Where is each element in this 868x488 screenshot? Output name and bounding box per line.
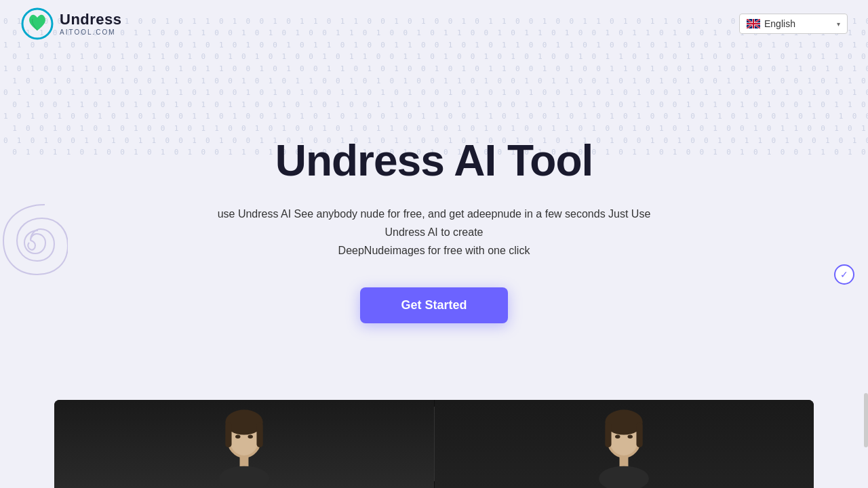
hero-description: use Undress AI See anybody nude for free…: [197, 205, 671, 260]
hero-section: Undress AI Tool use Undress AI See anybo…: [0, 54, 868, 323]
svg-point-19: [599, 466, 649, 488]
english-flag-icon: [747, 19, 760, 28]
language-selector[interactable]: English ▾: [739, 14, 848, 34]
svg-point-16: [615, 435, 620, 439]
hero-title: Undress AI Tool: [275, 136, 593, 186]
logo-text: Undress AITOOL.COM: [60, 12, 122, 35]
bottom-image-section: [54, 400, 814, 488]
logo-icon: [20, 7, 54, 41]
face-svg-right: [583, 407, 665, 488]
checkmark-decoration: ✓: [834, 264, 854, 285]
face-left: [54, 400, 434, 488]
svg-rect-6: [256, 422, 262, 447]
logo[interactable]: Undress AITOOL.COM: [20, 7, 122, 41]
chevron-down-icon: ▾: [837, 20, 840, 28]
svg-point-7: [235, 435, 240, 439]
logo-main-text: Undress: [60, 12, 122, 28]
scrollbar[interactable]: [864, 393, 868, 447]
language-label: English: [764, 18, 833, 29]
svg-point-17: [628, 435, 633, 439]
svg-rect-15: [637, 422, 643, 447]
logo-sub-text: AITOOL.COM: [60, 28, 122, 36]
svg-point-10: [219, 466, 269, 488]
svg-rect-14: [606, 422, 612, 447]
face-right: [435, 400, 814, 488]
hero-description-line2: DeepNudeimages for free with one click: [338, 245, 530, 256]
get-started-button[interactable]: Get Started: [360, 287, 507, 323]
checkmark-icon: ✓: [840, 269, 848, 280]
svg-point-8: [248, 435, 252, 439]
hero-description-line1: use Undress AI See anybody nude for free…: [218, 208, 651, 238]
svg-rect-5: [225, 422, 231, 447]
header: Undress AITOOL.COM English ▾: [0, 0, 868, 47]
face-svg-left: [203, 407, 285, 488]
